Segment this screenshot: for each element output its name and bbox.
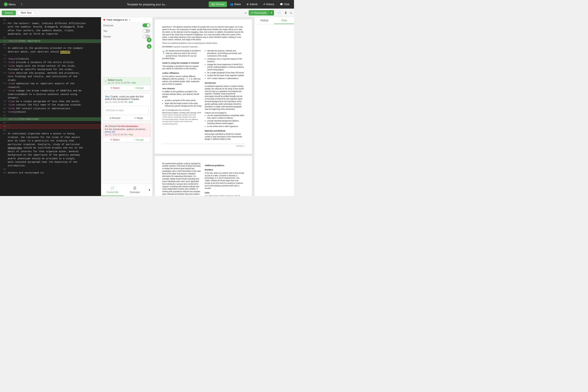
comment-card-added-ideally: ✏ Added ideally Jan 22, 2019 10:45 PM • … <box>103 77 151 91</box>
deleted-comment-card: Ab Deleted For the introduction, For the… <box>103 123 151 142</box>
editor-line: 71 <box>0 54 101 57</box>
recompile-icon: ↻ <box>251 12 254 14</box>
right-tabs: History Chat <box>254 17 294 24</box>
tab-history[interactable]: History <box>254 17 274 24</box>
track-changes-label: Track changes is on <box>106 18 128 21</box>
editor-line: 84 <box>0 121 101 125</box>
you-row: You <box>101 28 152 34</box>
reply-input-area[interactable]: Hit Enter to reply <box>105 106 149 114</box>
editor-content[interactable]: 65 66 For the authors' names, indicate d… <box>0 17 101 196</box>
message-card: You: Charlie, could you write the first … <box>103 93 151 121</box>
prev-comment-button[interactable]: ▲ <box>147 44 152 49</box>
secondbar-right: ⤢ ↻ Recompile ▾ 📄 ⬇ ⤡ <box>244 10 292 16</box>
comment-content: Added ideally Jan 22, 2019 10:45 PM • Yo… <box>108 79 136 84</box>
you-label: You <box>103 30 108 32</box>
review-icon: Ab <box>211 2 215 6</box>
accept-button[interactable]: ✓ Accept <box>127 86 151 90</box>
editor-line: with the symbols: $\ast$, $\dagger$, $\d… <box>0 25 101 29</box>
menu-label: Menu <box>8 3 16 6</box>
editor-line: phenotypes should be justified broadly a… <box>0 146 101 150</box>
current-file-tab[interactable]: 📄 Current file <box>101 184 124 196</box>
reject-deleted-button[interactable]: ✕ Reject <box>103 137 127 142</box>
editor-line: core findings and results, and conclusio… <box>0 75 101 78</box>
comment-strip: Track changes is on ▾ Everyone You Guest… <box>101 17 152 196</box>
history-button[interactable]: ↺ History <box>260 2 276 7</box>
file-icon-button[interactable]: 📄 <box>276 10 282 16</box>
editor-line: 74 \item begin with the broad context of… <box>0 64 101 68</box>
editor-line: 69 <box>0 43 101 47</box>
editor-line: research; <box>0 86 101 89</box>
submit-button[interactable]: ⊕ Submit <box>244 2 260 7</box>
everyone-row: Everyone <box>101 22 152 28</box>
tab-chat[interactable]: Chat <box>274 17 294 24</box>
you-toggle[interactable] <box>142 29 150 33</box>
page-number: Genetics 1 <box>162 144 244 147</box>
editor-line: 89 Authors are encouraged to: <box>0 171 101 175</box>
editor-line: basis of interest for that organism alon… <box>0 150 101 154</box>
overview-tab-icon: ☰ <box>133 186 136 190</box>
collapse-preview-button[interactable]: ⤡ <box>290 11 292 14</box>
bottom-tabs: 📄 Current file ☰ Overview ▾ <box>101 184 152 196</box>
review-button[interactable]: Ab Review <box>209 2 227 7</box>
secondbar: Source Rich Text ⤢ ↻ Recompile ▾ 📄 ⬇ ⤡ <box>0 8 294 17</box>
more-options[interactable]: ▾ <box>146 184 152 196</box>
editor-line: 70 In addition to the guidelines provide… <box>0 46 101 50</box>
editor-line: 73 \item provide a synopsis of the entir… <box>0 60 101 64</box>
recompile-dropdown-button[interactable]: ▾ <box>269 10 274 16</box>
topbar-actions: Ab Review 👥 Share ⊕ Submit ↺ History 💬 C… <box>209 2 292 7</box>
resolve-button[interactable]: ⊙ Resolve <box>103 116 127 120</box>
overview-tab[interactable]: ☰ Overview <box>124 184 146 196</box>
message-actions: ⊙ Resolve ↩ Reply <box>103 116 150 120</box>
track-changes-indicator <box>103 19 105 21</box>
guests-row: Guests <box>101 34 152 39</box>
share-icon: 👥 <box>230 3 233 6</box>
two-column-section: T his Genetics journal template is provi… <box>162 50 244 142</box>
recompile-button[interactable]: ↻ Recompile <box>249 10 269 16</box>
edit-link[interactable]: Edit <box>129 101 132 103</box>
submit-icon: ⊕ <box>246 3 249 6</box>
abstract-section: ABSTRACT The abstract should be written … <box>162 26 244 48</box>
source-tab[interactable]: Source <box>2 10 16 15</box>
chat-button[interactable]: 💬 Chat <box>277 2 292 7</box>
accept-deleted-button[interactable]: ✓ Accept <box>127 137 151 142</box>
rich-text-tab[interactable]: Rich Text <box>18 10 34 16</box>
editor-line: 78 \item be a single paragraph of less t… <box>0 100 101 103</box>
editor-line: 86 <box>0 128 101 132</box>
editor-line: introduction. <box>0 164 101 168</box>
preview-page-1: ABSTRACT The abstract should be written … <box>155 19 252 154</box>
download-icon-button[interactable]: ⬇ <box>284 10 288 16</box>
back-icon[interactable]: ↑ <box>21 2 23 7</box>
editor-line: quadruple, and so forth as required. <box>0 32 101 36</box>
reject-button[interactable]: ✕ Reject <box>103 86 127 90</box>
show-all-link[interactable]: [show all] <box>105 130 115 133</box>
comment-header: ✏ Added ideally Jan 22, 2019 10:45 PM • … <box>103 77 150 85</box>
history-icon: ↺ <box>263 3 265 6</box>
menu-button[interactable]: ○ Menu <box>2 2 18 7</box>
editor-line: abstract above, your abstract should ide… <box>0 50 101 54</box>
file-tab-icon: 📄 <box>110 186 114 190</box>
editor-line: jargon); <box>0 96 101 100</box>
editor-line: 75 \item describe the purpose, methods a… <box>0 71 101 75</box>
track-changes-dropdown[interactable]: ▾ <box>129 19 130 21</box>
editor-line: 83 \section{Introduction} <box>0 117 101 121</box>
guests-label: Guests <box>103 35 111 38</box>
next-comment-button[interactable]: ▼ <box>147 38 152 42</box>
right-arrow <box>152 50 152 54</box>
editor-line: 77 \item engage the broad readership of … <box>0 89 101 93</box>
topbar: ○ Menu ↑ Template for preparing your su.… <box>0 0 294 8</box>
editor-line: 72 \begin{itemize} <box>0 57 101 61</box>
reply-button[interactable]: ↩ Reply <box>127 116 151 120</box>
everyone-toggle[interactable] <box>142 24 150 27</box>
editor-line: 66 For the authors' names, indicate diff… <box>0 22 101 25</box>
editor-panel[interactable]: 65 66 For the authors' names, indicate d… <box>0 17 101 196</box>
expand-editor-button[interactable]: ⤢ <box>244 11 247 14</box>
preview-panel[interactable]: ABSTRACT The abstract should be written … <box>152 17 254 196</box>
editor-line: 87 In individual organisms where a mutan… <box>0 132 101 136</box>
editor-line: well-reasoned paragraph near the beginni… <box>0 160 101 164</box>
editor-line: and/or phenotype should be provided in a… <box>0 157 101 160</box>
menu-icon: ○ <box>4 2 8 6</box>
editor-line: 76 \item emphasize new or important aspe… <box>0 82 101 86</box>
everyone-label: Everyone <box>103 24 113 27</box>
message-header: You: Charlie, could you write the first … <box>103 94 150 105</box>
share-button[interactable]: 👥 Share <box>228 2 244 7</box>
